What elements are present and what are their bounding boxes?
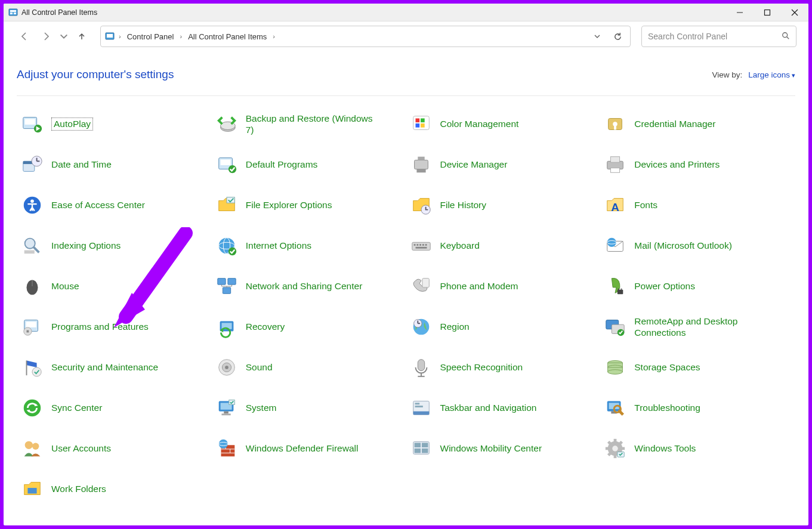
refresh-button[interactable] (609, 32, 626, 41)
search-input[interactable] (648, 32, 782, 41)
control-panel-icon (8, 8, 18, 17)
svg-line-11 (787, 36, 789, 39)
cpl-item-internet[interactable]: Internet Options (215, 233, 403, 258)
chevron-right-icon[interactable]: › (178, 33, 183, 40)
cpl-item-devprint[interactable]: Devices and Printers (603, 152, 792, 177)
breadcrumb-seg[interactable]: Control Panel (125, 31, 177, 42)
cpl-item-label: Devices and Printers (634, 159, 720, 170)
svg-point-115 (25, 441, 33, 449)
cpl-item-devicemgr[interactable]: Device Manager (409, 152, 598, 177)
recent-dropdown[interactable] (58, 27, 69, 45)
maximize-button[interactable] (754, 4, 781, 21)
svg-rect-108 (413, 412, 429, 415)
cpl-item-label: Security and Maintenance (51, 361, 158, 373)
up-button[interactable] (73, 27, 91, 45)
cpl-item-autoplay[interactable]: AutoPlay (20, 112, 209, 137)
svg-rect-128 (421, 448, 427, 453)
cpl-item-recovery[interactable]: Recovery (215, 314, 403, 339)
cpl-item-fonts[interactable]: AFonts (603, 193, 792, 218)
svg-text:A: A (611, 201, 619, 214)
users-icon (20, 437, 44, 460)
breadcrumb-seg[interactable]: All Control Panel Items (186, 31, 269, 42)
svg-rect-18 (413, 116, 429, 130)
cpl-item-datetime[interactable]: Date and Time (20, 152, 209, 177)
cpl-item-sound[interactable]: Sound (215, 355, 403, 380)
mouse-icon (20, 274, 44, 298)
ease-icon (20, 193, 44, 217)
svg-rect-53 (413, 244, 415, 246)
svg-rect-22 (421, 123, 425, 128)
cpl-item-label: Phone and Modem (440, 280, 518, 292)
cpl-item-phone[interactable]: Phone and Modem (409, 274, 598, 299)
search-box[interactable] (641, 26, 796, 47)
cpl-item-storage[interactable]: Storage Spaces (603, 355, 792, 380)
cpl-item-power[interactable]: Power Options (603, 274, 792, 299)
cpl-item-backup[interactable]: Backup and Restore (Windows 7) (215, 112, 403, 137)
cpl-item-label: Indexing Options (51, 240, 121, 251)
back-button[interactable] (16, 27, 33, 45)
svg-point-41 (30, 200, 34, 203)
cpl-item-credential[interactable]: Credential Manager (603, 112, 792, 137)
cpl-item-security[interactable]: Security and Maintenance (20, 355, 209, 380)
view-by-value[interactable]: Large icons (748, 70, 795, 79)
cpl-item-users[interactable]: User Accounts (20, 436, 209, 461)
address-bar[interactable]: › Control Panel › All Control Panel Item… (100, 26, 631, 47)
filehist-icon (409, 193, 433, 217)
svg-rect-3 (14, 13, 16, 14)
cpl-item-region[interactable]: Region (409, 314, 598, 339)
forward-button[interactable] (37, 27, 55, 45)
cpl-item-firewall[interactable]: Windows Defender Firewall (215, 436, 403, 461)
network-icon (215, 274, 239, 298)
cpl-item-label: Keyboard (440, 240, 480, 251)
svg-rect-104 (224, 412, 229, 414)
cpl-item-label: Sound (246, 361, 273, 373)
fonts-icon: A (603, 193, 627, 217)
recovery-icon (215, 315, 239, 339)
cpl-item-color[interactable]: Color Management (409, 112, 598, 137)
svg-rect-38 (611, 157, 620, 163)
svg-rect-110 (415, 406, 422, 407)
cpl-item-ease[interactable]: Ease of Access Center (20, 193, 209, 218)
cpl-item-filehist[interactable]: File History (409, 193, 598, 218)
heading-row: Adjust your computer's settings View by:… (17, 61, 795, 96)
cpl-item-programs[interactable]: Programs and Features (20, 314, 209, 339)
cpl-item-mouse[interactable]: Mouse (20, 274, 209, 299)
cpl-item-wintools[interactable]: Windows Tools (603, 436, 792, 461)
svg-rect-65 (218, 279, 226, 284)
svg-rect-69 (618, 290, 623, 295)
cpl-item-speech[interactable]: Speech Recognition (409, 355, 598, 380)
cpl-item-workfolders[interactable]: Work Folders (20, 477, 209, 502)
view-by: View by: Large icons (712, 70, 795, 79)
cpl-item-label: Device Manager (440, 159, 508, 170)
datetime-icon (20, 153, 44, 177)
cpl-item-label: Network and Sharing Center (246, 280, 363, 292)
cpl-item-label: Backup and Restore (Windows 7) (246, 113, 377, 136)
cpl-item-remoteapp[interactable]: RemoteApp and Desktop Connections (603, 314, 792, 339)
programs-icon (20, 315, 44, 339)
cpl-item-mail[interactable]: Mail (Microsoft Outlook) (603, 233, 792, 258)
backup-icon (215, 112, 239, 136)
cpl-item-indexing[interactable]: Indexing Options (20, 233, 209, 258)
trouble-icon (603, 396, 627, 420)
cpl-item-fileexp[interactable]: File Explorer Options (215, 193, 403, 218)
minimize-button[interactable] (726, 4, 754, 21)
cpl-item-system[interactable]: System (215, 395, 403, 420)
cpl-item-trouble[interactable]: Troubleshooting (603, 395, 792, 420)
cpl-item-defaultprog[interactable]: Default Programs (215, 152, 403, 177)
cpl-item-label: File Explorer Options (246, 199, 332, 211)
cpl-item-network[interactable]: Network and Sharing Center (215, 274, 403, 299)
chevron-right-icon[interactable]: › (118, 33, 122, 40)
chevron-right-icon[interactable]: › (271, 33, 276, 40)
svg-point-87 (32, 367, 41, 376)
cpl-item-sync[interactable]: Sync Center (20, 395, 209, 420)
cpl-item-keyboard[interactable]: Keyboard (409, 233, 598, 258)
workfolders-icon (20, 477, 44, 501)
svg-rect-105 (221, 414, 230, 416)
cpl-item-mobility[interactable]: Windows Mobility Center (409, 436, 598, 461)
cpl-item-taskbar[interactable]: Taskbar and Navigation (409, 395, 598, 420)
control-panel-icon (104, 31, 115, 42)
svg-rect-5 (765, 10, 770, 15)
close-button[interactable] (781, 4, 808, 21)
cpl-item-label: Mail (Microsoft Outlook) (634, 240, 732, 251)
address-dropdown[interactable] (588, 33, 606, 40)
